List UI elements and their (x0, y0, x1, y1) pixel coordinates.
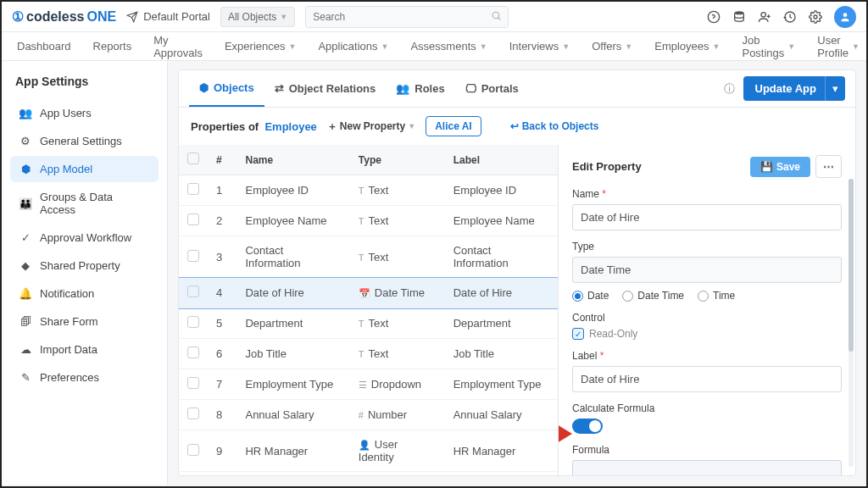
sidebar-item[interactable]: ⚙General Settings (10, 128, 159, 154)
table-row[interactable]: 8Annual Salary#NumberAnnual Salary (179, 400, 558, 430)
label-input[interactable] (572, 366, 842, 392)
tab-icon: ⇄ (275, 82, 284, 95)
nav-item[interactable]: Offers ▼ (592, 40, 632, 53)
nav-item[interactable]: Dashboard (17, 40, 71, 53)
row-checkbox[interactable] (187, 347, 199, 358)
formula-input[interactable] (572, 460, 842, 475)
row-checkbox[interactable] (187, 286, 199, 297)
row-type: 📅Date Time (350, 278, 445, 308)
user-add-icon[interactable] (758, 10, 771, 24)
row-checkbox[interactable] (187, 183, 199, 195)
table-row[interactable]: 5DepartmentTTextDepartment (179, 308, 558, 339)
properties-of-label: Properties of (191, 120, 259, 133)
tab[interactable]: 👥Roles (386, 70, 454, 107)
row-type: ☰Dropdown (350, 369, 445, 400)
gear-icon[interactable] (809, 10, 822, 24)
update-app-dropdown[interactable]: ▾ (825, 76, 845, 101)
type-radio[interactable]: Date Time (622, 290, 684, 302)
nav-item[interactable]: My Approvals (153, 34, 203, 59)
database-icon[interactable] (732, 10, 746, 24)
row-checkbox[interactable] (187, 214, 199, 225)
table-row[interactable]: 4Date of Hire📅Date TimeDate of Hire (179, 278, 558, 308)
col-header[interactable]: Name (236, 145, 349, 175)
row-checkbox[interactable] (187, 444, 199, 456)
type-select[interactable]: Date Time (572, 257, 842, 283)
alice-ai-button[interactable]: Alice AI (426, 116, 481, 136)
row-checkbox[interactable] (187, 377, 199, 389)
table-wrap: #NameTypeLabel 1Employee IDTTextEmployee… (179, 145, 559, 475)
select-all-checkbox[interactable] (187, 152, 199, 164)
sidebar-item[interactable]: ⬢App Model (10, 156, 159, 182)
row-label: Resume (445, 472, 558, 476)
col-header[interactable]: Type (350, 145, 445, 175)
help-icon[interactable] (707, 10, 721, 24)
col-header[interactable]: # (208, 145, 236, 175)
sidebar: App Settings 👥App Users⚙General Settings… (2, 61, 168, 485)
table-row[interactable]: 3Contact InformationTTextContact Informa… (179, 236, 558, 278)
type-radio[interactable]: Time (698, 290, 735, 302)
object-selector[interactable]: All Objects ▼ (220, 7, 295, 27)
history-icon[interactable] (783, 10, 797, 24)
table-row[interactable]: 9HR Manager👤User IdentityHR Manager (179, 430, 558, 472)
nav-item[interactable]: Reports (93, 40, 132, 53)
type-radio[interactable]: Date (572, 290, 609, 302)
sidebar-item[interactable]: 👥App Users (10, 100, 159, 126)
row-checkbox[interactable] (187, 250, 199, 262)
table-row[interactable]: 10Resume▦Rich ContentResume (179, 472, 558, 476)
calculate-formula-toggle[interactable] (572, 419, 603, 434)
portal-selector[interactable]: Default Portal (126, 10, 210, 23)
table-row[interactable]: 6Job TitleTTextJob Title (179, 339, 558, 369)
calculate-formula-label: Calculate Formula (572, 402, 842, 414)
svg-point-2 (735, 11, 744, 14)
sidebar-item[interactable]: 🔔Notification (10, 280, 159, 307)
label-label: Label * (572, 350, 842, 362)
tab-icon: 🖵 (465, 82, 476, 95)
table-row[interactable]: 7Employment Type☰DropdownEmployment Type (179, 369, 558, 400)
sidebar-title: App Settings (10, 75, 159, 88)
sidebar-item[interactable]: ◆Shared Property (10, 252, 159, 279)
sidebar-item[interactable]: ✓Approval Workflow (10, 225, 159, 251)
sidebar-icon: ✓ (19, 231, 32, 244)
nav-item[interactable]: User Profile ▼ (817, 34, 860, 59)
tab[interactable]: ⇄Object Relations (264, 70, 387, 107)
row-name: Job Title (236, 339, 349, 369)
sidebar-item[interactable]: 👪Groups & Data Access (10, 184, 159, 223)
sidebar-icon: ⚙ (19, 135, 32, 147)
object-link[interactable]: Employee (264, 120, 316, 133)
top-bar: ①codelessONE Default Portal All Objects … (2, 2, 866, 32)
nav-item[interactable]: Employees ▼ (654, 40, 720, 53)
info-icon[interactable]: ⓘ (724, 81, 735, 97)
avatar[interactable] (834, 6, 856, 28)
new-property-button[interactable]: ＋ New Property ▼ (327, 119, 415, 134)
scrollbar[interactable] (849, 179, 854, 467)
back-to-objects-link[interactable]: ↩ Back to Objects (510, 120, 599, 132)
nav-item[interactable]: Applications ▼ (318, 40, 388, 53)
sidebar-icon: ◆ (19, 259, 32, 272)
nav-item[interactable]: Job Postings ▼ (742, 34, 795, 59)
row-label: Annual Salary (445, 400, 558, 430)
tab[interactable]: ⬢Objects (189, 70, 264, 107)
row-num: 4 (208, 278, 236, 308)
table-row[interactable]: 1Employee IDTTextEmployee ID (179, 175, 558, 206)
more-button[interactable]: ⋯ (815, 155, 842, 178)
nav-item[interactable]: Interviews ▼ (509, 40, 570, 53)
row-checkbox[interactable] (187, 316, 199, 328)
row-type: #Number (350, 400, 445, 430)
save-button[interactable]: 💾 Save (750, 157, 810, 177)
edit-panel: Edit Property 💾 Save ⋯ Name * Type Date … (559, 145, 855, 475)
search-input[interactable] (305, 6, 509, 28)
sidebar-item[interactable]: ✎Preferences (10, 364, 159, 391)
table-row[interactable]: 2Employee NameTTextEmployee Name (179, 206, 558, 236)
row-num: 7 (208, 369, 236, 400)
sidebar-item[interactable]: ☁Import Data (10, 336, 159, 363)
tab[interactable]: 🖵Portals (455, 70, 529, 107)
nav-item[interactable]: Experiences ▼ (225, 40, 296, 53)
name-input[interactable] (572, 204, 842, 230)
readonly-checkbox[interactable]: ✓Read-Only (572, 328, 842, 340)
update-app-button[interactable]: Update App (743, 76, 828, 101)
nav-item[interactable]: Assessments ▼ (410, 40, 487, 53)
content: ⬢Objects⇄Object Relations👥Roles🖵Portals … (168, 61, 866, 485)
sidebar-item[interactable]: 🗐Share Form (10, 308, 159, 335)
col-header[interactable]: Label (445, 145, 558, 175)
row-checkbox[interactable] (187, 408, 199, 419)
